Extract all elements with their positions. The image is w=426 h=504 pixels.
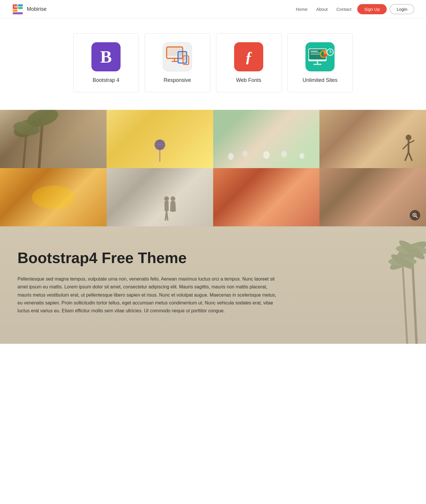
svg-point-68 [395, 238, 426, 262]
responsive-icon [163, 45, 192, 68]
svg-rect-55 [165, 201, 169, 211]
svg-rect-11 [172, 61, 178, 62]
svg-point-32 [13, 120, 41, 137]
gallery-cell-7[interactable] [213, 168, 320, 226]
svg-point-56 [171, 196, 175, 201]
svg-line-60 [416, 216, 418, 218]
svg-point-42 [228, 153, 234, 160]
svg-rect-5 [13, 10, 17, 12]
svg-line-64 [412, 250, 417, 344]
svg-point-16 [185, 63, 187, 64]
svg-point-43 [243, 151, 248, 156]
zoom-button[interactable] [410, 210, 420, 221]
unlimited-icon-wrapper [305, 42, 335, 71]
svg-point-67 [390, 252, 416, 272]
svg-point-46 [299, 153, 304, 159]
responsive-label: Responsive [151, 77, 204, 83]
webfonts-label: Web Fonts [222, 77, 275, 83]
svg-point-33 [25, 110, 60, 130]
svg-point-53 [32, 186, 75, 209]
gallery-cell-5[interactable] [0, 168, 107, 226]
responsive-icon-wrapper [163, 42, 192, 71]
login-button[interactable]: Login [390, 4, 414, 14]
svg-line-30 [37, 118, 43, 168]
svg-rect-21 [311, 54, 320, 55]
gallery-cell-4[interactable] [319, 110, 426, 168]
svg-rect-4 [18, 7, 23, 9]
features-grid: B Bootstrap 4 [73, 33, 353, 92]
gallery-row-2 [0, 168, 426, 226]
gallery-section [0, 110, 426, 226]
gallery-cell-1[interactable] [0, 110, 107, 168]
signup-button[interactable]: Sign Up [357, 4, 387, 14]
unlimited-icon [305, 45, 335, 68]
zoom-icon [412, 212, 418, 218]
svg-point-44 [263, 151, 269, 159]
svg-point-45 [281, 151, 287, 157]
svg-line-58 [167, 211, 168, 221]
brand-name: Mobirise [27, 6, 47, 12]
bootstrap-label: Bootstrap 4 [79, 77, 133, 83]
unlimited-label: Unlimited Sites [294, 77, 347, 83]
gallery-cell-3[interactable] [213, 110, 320, 168]
content-title: Bootstrap4 Free Theme [17, 250, 280, 266]
nav-links: Home About Contact [296, 7, 351, 12]
nav-contact[interactable]: Contact [336, 7, 351, 12]
bootstrap-icon: B [100, 47, 112, 67]
svg-rect-20 [311, 53, 322, 54]
nav-about[interactable]: About [316, 7, 328, 12]
svg-point-66 [388, 257, 417, 266]
bootstrap-icon-wrapper: B [91, 42, 121, 71]
svg-point-65 [388, 251, 417, 273]
features-section: B Bootstrap 4 [0, 19, 426, 110]
svg-rect-3 [18, 4, 23, 6]
nav-home[interactable]: Home [296, 7, 307, 12]
brand: M Mobirise [12, 3, 47, 15]
gallery-cell-2[interactable] [107, 110, 213, 168]
feature-card-bootstrap: B Bootstrap 4 [73, 33, 139, 92]
webfonts-icon-wrapper: ƒ [234, 42, 263, 71]
svg-rect-6 [13, 12, 23, 14]
svg-rect-19 [311, 51, 318, 52]
svg-rect-15 [184, 57, 188, 62]
svg-rect-24 [314, 64, 322, 65]
svg-line-63 [402, 262, 407, 344]
svg-point-69 [396, 244, 426, 256]
svg-line-29 [21, 128, 26, 168]
mobirise-logo: M [12, 3, 24, 15]
navbar: M Mobirise Home About Contact Sign Up Lo… [0, 0, 426, 19]
gallery-row-1 [0, 110, 426, 168]
gallery-cell-8[interactable] [319, 168, 426, 226]
feature-card-responsive: Responsive [145, 33, 210, 92]
feature-card-webfonts: ƒ Web Fonts [216, 33, 282, 92]
feature-card-unlimited: Unlimited Sites [287, 33, 353, 92]
svg-point-47 [406, 135, 411, 140]
svg-point-31 [11, 116, 42, 140]
svg-point-70 [397, 238, 426, 262]
svg-text:M: M [14, 5, 17, 9]
content-inner: Bootstrap4 Free Theme Pellentesque sed m… [17, 250, 280, 315]
gallery-cell-6[interactable] [107, 168, 213, 226]
content-body: Pellentesque sed magna tempus, vulputate… [17, 275, 280, 315]
svg-line-52 [409, 152, 412, 161]
webfonts-icon: ƒ [245, 48, 252, 66]
svg-line-51 [405, 152, 409, 161]
content-section: Bootstrap4 Free Theme Pellentesque sed m… [0, 226, 426, 344]
svg-point-54 [164, 196, 169, 201]
